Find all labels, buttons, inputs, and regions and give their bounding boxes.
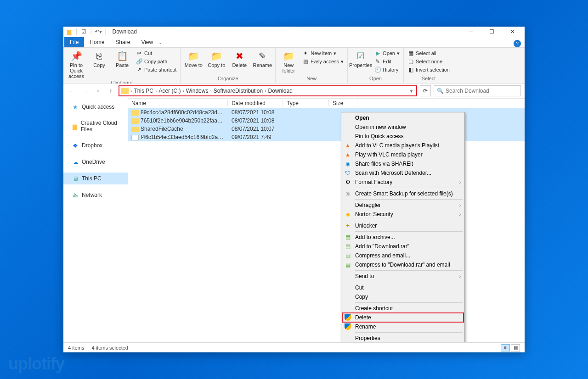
menu-separator xyxy=(355,282,463,282)
menu-add-archive[interactable]: ▤Add to archive... xyxy=(342,233,464,242)
breadcrumb-segment[interactable]: Windows xyxy=(184,88,210,94)
history-button[interactable]: 🕘History xyxy=(373,66,401,73)
file-row[interactable]: 76510f2e1bb6e904b250b22faae59951 08/07/2… xyxy=(128,117,525,125)
norton-icon: ◆ xyxy=(344,211,351,218)
menu-add-rar[interactable]: ▤Add to "Download.rar" xyxy=(342,242,464,251)
menu-unlocker[interactable]: ✦Unlocker xyxy=(342,221,464,230)
file-explorer-window: ▆ | ☑ | ↶▾ | Download ─ ☐ ✕ File Home Sh… xyxy=(63,27,525,352)
cut-button[interactable]: ✂Cut xyxy=(134,50,178,57)
select-all-button[interactable]: ▦Select all xyxy=(406,50,452,57)
defender-icon: 🛡 xyxy=(344,169,351,177)
tab-view[interactable]: View xyxy=(136,37,158,47)
breadcrumb-segment[interactable]: This PC xyxy=(132,88,155,94)
forward-button[interactable]: → xyxy=(80,86,90,96)
column-size-header[interactable]: Size xyxy=(329,100,357,106)
search-box[interactable]: 🔍 xyxy=(434,85,521,96)
menu-vlc-playlist[interactable]: ▲Add to VLC media player's Playlist xyxy=(342,141,464,150)
sidebar-item-creative-cloud[interactable]: ▆Creative Cloud Files xyxy=(63,117,128,135)
open-button[interactable]: ▶Open ▾ xyxy=(373,50,401,57)
tab-file[interactable]: File xyxy=(64,37,84,47)
menu-send-to[interactable]: Send to› xyxy=(342,272,464,281)
file-row[interactable]: f46c1b54ec33aed54c16f9bfd2a5174e1ddd... … xyxy=(128,133,525,141)
maximize-button[interactable]: ☐ xyxy=(481,27,502,37)
breadcrumb-segment[interactable]: SoftwareDistribution xyxy=(212,88,265,94)
menu-format-factory[interactable]: ⚙Format Factory› xyxy=(342,178,464,187)
menu-compress-rar-email[interactable]: ▤Compress to "Download.rar" and email xyxy=(342,260,464,269)
breadcrumb-segment[interactable]: Acer (C:) xyxy=(157,88,182,94)
paste-shortcut-button[interactable]: ↗Paste shortcut xyxy=(134,66,178,73)
minimize-button[interactable]: ─ xyxy=(461,27,481,37)
address-dropdown-icon[interactable]: ▾ xyxy=(408,89,414,94)
properties-button[interactable]: ☑Properties xyxy=(350,49,372,69)
select-none-button[interactable]: ▢Select none xyxy=(406,58,452,65)
navigation-pane: ★Quick access ▆Creative Cloud Files ❖Dro… xyxy=(63,98,128,342)
close-button[interactable]: ✕ xyxy=(502,27,523,37)
column-modified-header[interactable]: Date modified xyxy=(228,100,283,106)
menu-open-new-window[interactable]: Open in new window xyxy=(342,123,464,132)
copy-button[interactable]: ⎘ Copy xyxy=(88,49,110,69)
properties-icon[interactable]: ☑ xyxy=(80,28,87,35)
nav-bar: ← → ▾ ↑ › This PC› Acer (C:)› Windows› S… xyxy=(63,84,525,98)
menu-vlc-play[interactable]: ▲Play with VLC media player xyxy=(342,150,464,159)
pin-quick-access-button[interactable]: 📌 Pin to Quick access xyxy=(65,49,87,80)
ribbon-group-select: ▦Select all ▢Select none ◧Invert selecti… xyxy=(404,48,453,83)
undo-icon[interactable]: ↶▾ xyxy=(95,28,102,35)
invert-selection-button[interactable]: ◧Invert selection xyxy=(406,66,452,73)
thumbnails-view-button[interactable]: ▦ xyxy=(511,344,520,351)
menu-norton[interactable]: ◆Norton Security› xyxy=(342,210,464,219)
breadcrumb-segment[interactable]: Download xyxy=(266,88,294,94)
move-to-button[interactable]: 📁Move to xyxy=(182,49,204,69)
details-view-button[interactable]: ≡ xyxy=(501,344,510,351)
copy-to-button[interactable]: 📁Copy to xyxy=(205,49,227,69)
file-row[interactable]: 89c4cc4a284f600c02d48ca23d77e124 08/07/2… xyxy=(128,108,525,117)
rename-button[interactable]: ✎Rename xyxy=(251,49,273,69)
copy-path-button[interactable]: 🔗Copy path xyxy=(134,58,178,65)
edit-icon: ✎ xyxy=(374,58,381,65)
search-input[interactable] xyxy=(446,88,518,94)
sidebar-item-this-pc[interactable]: 🖥This PC xyxy=(63,173,128,184)
submenu-arrow-icon: › xyxy=(459,180,461,185)
paste-button[interactable]: 📋 Paste xyxy=(111,49,133,69)
easy-access-button[interactable]: ▦Easy access ▾ xyxy=(300,58,345,65)
menu-compress-email[interactable]: ▤Compress and email... xyxy=(342,251,464,260)
column-name-header[interactable]: Name xyxy=(128,100,228,106)
new-item-button[interactable]: ✦New item ▾ xyxy=(300,50,345,57)
menu-properties[interactable]: Properties xyxy=(342,334,464,342)
back-button[interactable]: ← xyxy=(67,86,77,96)
tab-home[interactable]: Home xyxy=(84,37,110,47)
menu-delete[interactable]: Delete xyxy=(342,313,464,322)
sidebar-item-dropbox[interactable]: ❖Dropbox xyxy=(63,139,128,151)
up-button[interactable]: ↑ xyxy=(106,86,116,96)
dropbox-icon: ❖ xyxy=(72,142,79,149)
sidebar-item-onedrive[interactable]: ☁OneDrive xyxy=(63,156,128,168)
file-row[interactable]: SharedFileCache 08/07/2021 10:07 xyxy=(128,125,525,133)
sidebar-item-network[interactable]: 🖧Network xyxy=(63,189,128,201)
menu-cut[interactable]: Cut xyxy=(342,283,464,292)
recent-dropdown[interactable]: ▾ xyxy=(93,86,103,96)
folder-icon xyxy=(131,127,139,132)
menu-pin-quick-access[interactable]: Pin to Quick access xyxy=(342,132,464,141)
tab-share[interactable]: Share xyxy=(110,37,136,47)
new-folder-button[interactable]: 📁New folder xyxy=(277,49,300,74)
delete-button[interactable]: ✖Delete xyxy=(228,49,250,69)
menu-smart-backup[interactable]: ◎Create Smart Backup for selected file(s… xyxy=(342,189,464,198)
refresh-button[interactable]: ⟳ xyxy=(420,85,431,96)
menu-rename[interactable]: Rename xyxy=(342,322,464,331)
sidebar-item-quick-access[interactable]: ★Quick access xyxy=(63,101,128,113)
status-bar: 4 items 4 items selected ≡ ▦ xyxy=(63,342,525,352)
menu-shareit[interactable]: ◉Share files via SHAREit xyxy=(342,159,464,168)
menu-create-shortcut[interactable]: Create shortcut xyxy=(342,304,464,313)
menu-copy[interactable]: Copy xyxy=(342,292,464,301)
edit-button[interactable]: ✎Edit xyxy=(373,58,401,65)
column-type-header[interactable]: Type xyxy=(283,100,329,106)
vlc-icon: ▲ xyxy=(344,151,351,158)
winrar-icon: ▤ xyxy=(344,261,351,268)
help-icon[interactable]: ? xyxy=(514,40,521,47)
menu-open[interactable]: Open xyxy=(342,113,464,123)
menu-defraggler[interactable]: Defraggler› xyxy=(342,201,464,210)
menu-separator xyxy=(355,302,463,303)
ribbon: 📌 Pin to Quick access ⎘ Copy 📋 Paste ✂Cu… xyxy=(63,48,525,84)
menu-defender-scan[interactable]: 🛡Scan with Microsoft Defender... xyxy=(342,168,464,178)
address-bar[interactable]: › This PC› Acer (C:)› Windows› SoftwareD… xyxy=(119,85,417,96)
ribbon-minimize-icon[interactable]: ⌃ xyxy=(158,42,162,47)
